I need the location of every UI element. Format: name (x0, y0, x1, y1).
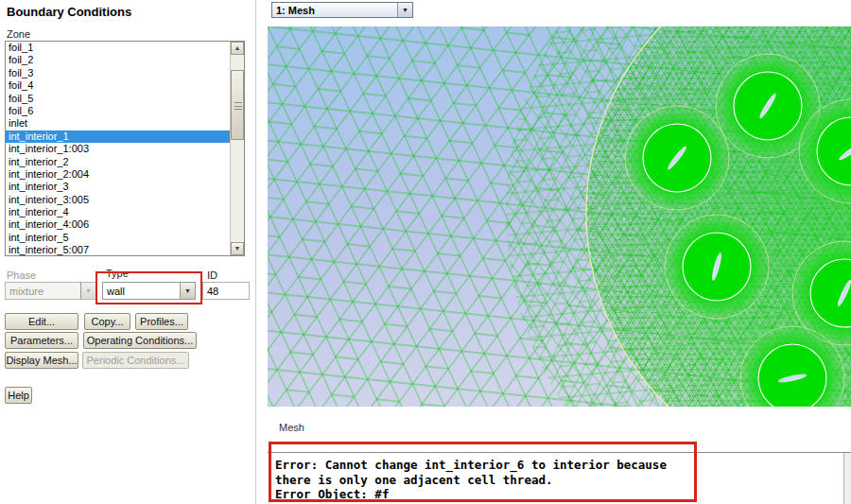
profiles-button[interactable]: Profiles... (135, 313, 188, 330)
zone-item[interactable]: foil_4 (6, 79, 230, 92)
scroll-down-icon[interactable]: ▼ (231, 242, 244, 255)
view-selector-value: 1: Mesh (272, 5, 397, 16)
zone-list-items: foil_1foil_2foil_3foil_4foil_5foil_6inle… (6, 42, 230, 255)
foil-mesh-region (662, 212, 772, 322)
phase-dropdown: mixture ▼ (5, 282, 96, 300)
zone-item[interactable]: int_interior_5:007 (6, 244, 230, 256)
zone-item[interactable]: int_interior_4:006 (6, 218, 230, 231)
parameters-button[interactable]: Parameters... (5, 332, 78, 349)
zone-item[interactable]: int_interior_2:004 (6, 168, 230, 181)
periodic-conditions-button: Periodic Conditions... (82, 352, 189, 369)
phase-label: Phase (7, 269, 36, 281)
zone-item[interactable]: int_interior_1 (6, 130, 230, 143)
mesh-rendering (268, 26, 851, 407)
mesh-view[interactable] (268, 26, 851, 407)
zone-list-label: Zone (7, 28, 30, 40)
zone-item[interactable]: inlet (6, 117, 230, 130)
id-field[interactable]: 48 (202, 282, 250, 300)
operating-conditions-button[interactable]: Operating Conditions... (83, 332, 197, 349)
chevron-down-icon[interactable]: ▼ (397, 3, 412, 17)
foil-mesh-region (622, 103, 732, 213)
zone-item[interactable]: int_interior_3:005 (6, 194, 230, 206)
scroll-up-icon[interactable]: ▲ (231, 42, 244, 55)
copy-button[interactable]: Copy... (84, 313, 130, 330)
panel-title: Boundary Conditions (7, 5, 131, 19)
zone-list-scrollbar[interactable]: ▲ ▼ (230, 42, 244, 255)
zone-item[interactable]: foil_5 (6, 93, 230, 105)
zone-item[interactable]: foil_6 (6, 105, 230, 117)
zone-item[interactable]: int_interior_3 (6, 181, 230, 193)
zone-item[interactable]: int_interior_5 (6, 232, 230, 244)
zone-item[interactable]: int_interior_4 (6, 206, 230, 218)
edit-button[interactable]: Edit... (5, 313, 78, 330)
chevron-down-icon: ▼ (80, 283, 96, 299)
graphics-window-label: Mesh (279, 422, 304, 433)
help-button[interactable]: Help (5, 387, 32, 404)
id-label: ID (207, 269, 217, 281)
console-scrollbar[interactable] (843, 453, 851, 504)
thumb-grip-icon (234, 102, 242, 110)
boundary-conditions-panel: Boundary Conditions Zone foil_1foil_2foi… (0, 0, 256, 504)
zone-list[interactable]: foil_1foil_2foil_3foil_4foil_5foil_6inle… (5, 41, 245, 256)
zone-item[interactable]: int_interior_1:003 (6, 143, 230, 155)
zone-item[interactable]: int_interior_2 (6, 156, 230, 168)
error-highlight-annotation (269, 442, 697, 502)
zone-item[interactable]: foil_1 (6, 42, 230, 54)
zone-item[interactable]: foil_2 (6, 54, 230, 66)
display-mesh-button[interactable]: Display Mesh... (5, 352, 78, 369)
zone-item[interactable]: foil_3 (6, 67, 230, 79)
view-selector-dropdown[interactable]: 1: Mesh ▼ (271, 2, 413, 18)
type-highlight-annotation (96, 271, 202, 304)
fluent-window: Boundary Conditions Zone foil_1foil_2foi… (0, 0, 851, 504)
phase-value: mixture (6, 286, 80, 297)
scrollbar-thumb[interactable] (231, 70, 244, 140)
